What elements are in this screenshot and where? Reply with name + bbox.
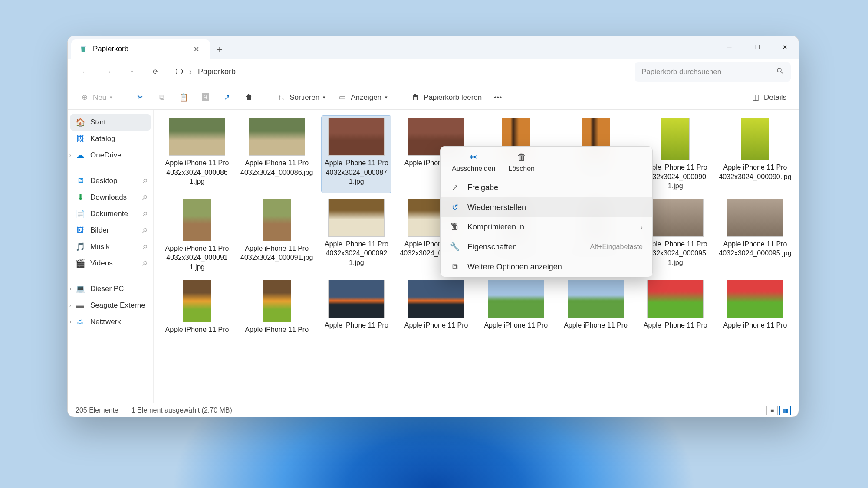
tab-bar: Papierkorb ✕ ＋ ─ ☐ ✕ [68,36,799,59]
chevron-right-icon: › [69,286,71,292]
minimize-button[interactable]: ─ [715,36,743,59]
pictures-icon: 🖼 [76,226,85,235]
rename-button[interactable]: 🅰 [196,89,214,106]
file-grid-area[interactable]: Apple iPhone 11 Pro 4032x3024_000086 1.j… [154,110,799,403]
file-item[interactable]: Apple iPhone 11 Pro 4032x3024_000086 1.j… [162,116,232,193]
sidebar-item-desktop[interactable]: 🖥 Desktop⚲ [70,173,151,189]
file-thumbnail [328,280,385,318]
trash-icon: 🗑 [517,152,526,163]
up-button[interactable]: ↑ [122,63,141,81]
file-item[interactable]: Apple iPhone 11 Pro [162,278,232,336]
breadcrumb[interactable]: 🖵 › Papierkorb [169,62,630,82]
maximize-button[interactable]: ☐ [743,36,771,59]
file-item[interactable]: Apple iPhone 11 Pro [720,278,790,336]
svg-line-1 [781,72,783,73]
file-thumbnail [249,118,305,156]
file-thumbnail [169,118,225,156]
sidebar-item-onedrive[interactable]: › ☁ OneDrive [70,147,151,164]
ctx-share[interactable]: ↗ Freigabe [441,177,652,197]
new-tab-button[interactable]: ＋ [210,39,229,59]
back-button[interactable]: ← [76,63,95,81]
search-icon [776,67,784,77]
file-item[interactable]: Apple iPhone 11 Pro [481,278,551,336]
file-name: Apple iPhone 11 Pro 4032x3024_000095.jpg [719,239,791,258]
sidebar-item-catalog[interactable]: 🖼 Katalog [70,131,151,147]
file-name: Apple iPhone 11 Pro [564,321,628,330]
file-item[interactable]: Apple iPhone 11 Pro 4032x3024_000091 1.j… [162,197,232,274]
copy-button[interactable]: ⧉ [153,89,171,106]
file-item[interactable]: Apple iPhone 11 Pro [242,278,312,336]
ctx-cut-button[interactable]: ✂ Ausschneiden [452,152,496,173]
sidebar-item-documents[interactable]: 📄 Dokumente⚲ [70,206,151,222]
more-button[interactable]: ••• [490,89,506,106]
file-item[interactable]: Apple iPhone 11 Pro 4032x3024_000092 1.j… [322,197,391,274]
chevron-down-icon: ▾ [323,95,326,100]
sidebar-item-seagate[interactable]: › ▬ Seagate Externe [70,297,151,314]
sidebar-item-network[interactable]: › 🖧 Netzwerk [70,314,151,330]
tab-close-button[interactable]: ✕ [188,41,204,57]
pin-icon: ⚲ [140,193,149,202]
file-name: Apple iPhone 11 Pro 4032x3024_000087 1.j… [323,158,389,187]
sort-button[interactable]: ↑↓ Sortieren ▾ [272,89,330,106]
file-item[interactable]: Apple iPhone 11 Pro [401,278,471,336]
plus-circle-icon: ⊕ [80,93,89,102]
close-button[interactable]: ✕ [771,36,799,59]
cut-button[interactable]: ✂ [131,89,149,106]
view-icon: ▭ [338,93,347,102]
details-pane-button[interactable]: ◫ Details [746,89,791,106]
copy-icon: ⧉ [157,93,167,102]
share-button[interactable]: ↗ [218,89,236,106]
sidebar-item-home[interactable]: 🏠 Start [70,114,151,131]
file-thumbnail [183,280,211,322]
ctx-compress[interactable]: 🗜 Komprimieren in... › [441,217,652,237]
view-button[interactable]: ▭ Anzeigen ▾ [333,89,392,106]
trash-icon: 🗑 [244,93,253,102]
file-thumbnail [647,280,704,318]
ctx-restore[interactable]: ↺ Wiederherstellen [441,197,652,217]
status-count: 205 Elemente [76,406,118,414]
refresh-button[interactable]: ⟳ [146,63,165,81]
document-icon: 📄 [76,209,85,219]
pin-icon: ⚲ [140,259,149,268]
ctx-properties[interactable]: 🔧 Eigenschaften Alt+Eingabetaste [441,237,652,257]
ctx-delete-button[interactable]: 🗑 Löschen [509,152,535,173]
file-thumbnail [727,199,783,237]
search-placeholder: Papierkorb durchsuchen [641,68,721,76]
search-input[interactable]: Papierkorb durchsuchen [635,62,791,82]
file-item[interactable]: Apple iPhone 11 Pro 4032x3024_000086.jpg [242,116,312,193]
delete-button[interactable]: 🗑 [240,89,258,106]
new-button[interactable]: ⊕ Neu ▾ [76,89,117,106]
file-item[interactable]: Apple iPhone 11 Pro 4032x3024_000087 1.j… [322,116,391,193]
sidebar-item-this-pc[interactable]: › 💻 Dieser PC [70,281,151,297]
file-item[interactable]: Apple iPhone 11 Pro [322,278,391,336]
sidebar-item-videos[interactable]: 🎬 Videos⚲ [70,255,151,272]
file-name: Apple iPhone 11 Pro [484,321,548,330]
forward-button[interactable]: → [99,63,118,81]
file-item[interactable]: Apple iPhone 11 Pro 4032x3024_000095.jpg [720,197,790,274]
file-name: Apple iPhone 11 Pro [165,325,229,334]
svg-point-0 [777,68,781,72]
sidebar-item-downloads[interactable]: ⬇ Downloads⚲ [70,189,151,206]
navigation-sidebar: 🏠 Start 🖼 Katalog › ☁ OneDrive 🖥 Desktop… [68,110,154,403]
file-thumbnail [741,118,769,160]
file-item[interactable]: Apple iPhone 11 Pro 4032x3024_000090.jpg [720,116,790,193]
file-item[interactable]: Apple iPhone 11 Pro 4032x3024_000091.jpg [242,197,312,274]
empty-recycle-bin-button[interactable]: 🗑 Papierkorb leeren [406,89,486,106]
scissors-icon: ✂ [470,152,477,163]
sidebar-item-pictures[interactable]: 🖼 Bilder⚲ [70,222,151,239]
ctx-more-options[interactable]: ⧉ Weitere Optionen anzeigen [441,257,652,277]
toolbar: ⊕ Neu ▾ ✂ ⧉ 📋 🅰 ↗ 🗑 ↑↓ Sortieren ▾ ▭ Anz… [68,85,799,110]
sidebar-item-music[interactable]: 🎵 Musik⚲ [70,239,151,255]
icon-view-button[interactable]: ▦ [779,406,791,415]
paste-button[interactable]: 📋 [174,89,193,106]
file-item[interactable]: Apple iPhone 11 Pro [561,278,631,336]
file-name: Apple iPhone 11 Pro [245,325,309,334]
scissors-icon: ✂ [135,93,145,102]
file-name: Apple iPhone 11 Pro 4032x3024_000086.jpg [240,158,313,177]
tab-recycle-bin[interactable]: Papierkorb ✕ [71,39,210,59]
file-thumbnail [328,118,385,156]
address-bar: ← → ↑ ⟳ 🖵 › Papierkorb Papierkorb durchs… [68,59,799,85]
list-view-button[interactable]: ≡ [766,406,778,415]
file-item[interactable]: Apple iPhone 11 Pro [641,278,710,336]
file-thumbnail [727,280,783,318]
